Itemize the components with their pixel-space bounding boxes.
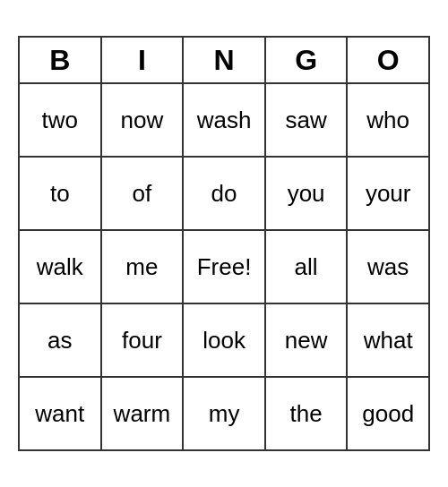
table-cell: two [19,83,101,157]
table-cell: what [347,303,429,377]
table-cell: saw [265,83,347,157]
table-cell: walk [19,230,101,303]
table-cell: was [347,230,429,303]
table-cell: to [19,157,101,230]
col-b: B [19,37,101,83]
table-cell: do [183,157,265,230]
table-cell: all [265,230,347,303]
table-row: asfourlooknewwhat [19,303,429,377]
table-cell: look [183,303,265,377]
table-cell: now [101,83,184,157]
table-cell: who [347,83,429,157]
header-row: B I N G O [19,37,429,83]
table-cell: warm [101,377,184,450]
col-n: N [183,37,265,83]
table-cell: four [101,303,184,377]
table-cell: new [265,303,347,377]
table-cell: my [183,377,265,450]
table-row: walkmeFree!allwas [19,230,429,303]
bingo-body: twonowwashsawwhotoofdoyouyourwalkmeFree!… [19,83,429,450]
table-cell: good [347,377,429,450]
bingo-card: B I N G O twonowwashsawwhotoofdoyouyourw… [18,36,430,451]
table-cell: want [19,377,101,450]
table-cell: wash [183,83,265,157]
table-row: toofdoyouyour [19,157,429,230]
table-cell: of [101,157,184,230]
col-i: I [101,37,184,83]
table-cell: the [265,377,347,450]
table-cell: me [101,230,184,303]
table-cell: Free! [183,230,265,303]
table-cell: your [347,157,429,230]
table-row: wantwarmmythegood [19,377,429,450]
col-o: O [347,37,429,83]
table-cell: you [265,157,347,230]
col-g: G [265,37,347,83]
table-row: twonowwashsawwho [19,83,429,157]
table-cell: as [19,303,101,377]
